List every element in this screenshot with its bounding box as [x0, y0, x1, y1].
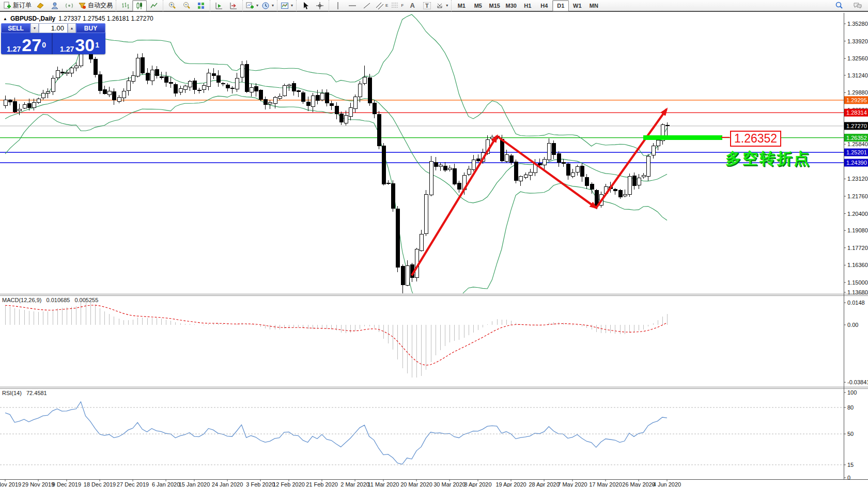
- text-label-button[interactable]: T: [420, 0, 434, 11]
- buy-price-point: 1: [95, 41, 99, 49]
- toolbar: 新订单 自动交易: [0, 0, 868, 12]
- svg-text:1.20400: 1.20400: [847, 211, 868, 217]
- svg-text:1.21760: 1.21760: [847, 193, 868, 199]
- svg-text:21 Feb 2020: 21 Feb 2020: [306, 481, 338, 487]
- svg-text:18 Dec 2019: 18 Dec 2019: [84, 481, 116, 487]
- autotrading-label: 自动交易: [88, 1, 113, 10]
- volume-input[interactable]: 1.00: [39, 23, 68, 33]
- svg-text:29 Nov 2019: 29 Nov 2019: [22, 481, 54, 487]
- period-button-D1[interactable]: D1: [552, 0, 569, 11]
- auto-scroll-icon: [215, 2, 223, 10]
- profile-button[interactable]: [48, 0, 62, 11]
- profiles-caret: ▾: [272, 3, 274, 8]
- chart-area: 1.352801.339201.325601.312401.298801.285…: [0, 13, 868, 487]
- search-button[interactable]: [832, 0, 846, 11]
- svg-text:15 Jan 2020: 15 Jan 2020: [179, 481, 210, 487]
- macd-main-value: 0.010685: [46, 297, 70, 303]
- svg-text:1.27270: 1.27270: [846, 123, 867, 129]
- text-button[interactable]: A: [405, 0, 420, 11]
- line-chart-icon: [150, 2, 158, 10]
- new-order-icon: [3, 2, 11, 10]
- svg-text:1.26352: 1.26352: [846, 135, 867, 141]
- toolbar-group-new: ▾ ▾: [242, 0, 277, 11]
- arrows-button[interactable]: ▾: [434, 0, 450, 11]
- one-click-trading-panel: SELL ▼ 1.00 ▲ BUY 1.27 27 0 1.27 30 1: [1, 23, 105, 54]
- autotrading-button[interactable]: 自动交易: [76, 0, 114, 11]
- rsi-value: 72.4581: [26, 390, 47, 396]
- period-button-H4[interactable]: H4: [536, 0, 552, 11]
- buy-price[interactable]: 1.27 30 1: [54, 33, 105, 54]
- period-button-M1[interactable]: M1: [453, 0, 470, 11]
- cursor-icon: [301, 2, 309, 10]
- text-label-icon: T: [423, 2, 431, 9]
- equidistant-channel-button[interactable]: E: [374, 0, 390, 11]
- profile-icon: [51, 2, 59, 10]
- mt4-window: 新订单 自动交易: [0, 0, 868, 487]
- svg-text:1.35280: 1.35280: [847, 21, 868, 27]
- volume-increase-button[interactable]: ▲: [68, 23, 76, 33]
- period-button-W1[interactable]: W1: [569, 0, 585, 11]
- vertical-line-button[interactable]: [331, 0, 345, 11]
- svg-text:1.33920: 1.33920: [847, 38, 868, 44]
- tile-windows-icon: [197, 2, 205, 10]
- clock-icon: [261, 2, 270, 10]
- svg-text:1.29295: 1.29295: [846, 97, 867, 103]
- candlestick-chart-button[interactable]: [132, 0, 147, 11]
- tile-windows-button[interactable]: [194, 0, 208, 11]
- sell-button[interactable]: SELL: [1, 23, 30, 33]
- period-button-M5[interactable]: M5: [470, 0, 486, 11]
- period-button-MN[interactable]: MN: [585, 0, 602, 11]
- templates-button[interactable]: ▾: [279, 0, 295, 11]
- svg-text:20 Mar 2020: 20 Mar 2020: [400, 481, 432, 487]
- zoom-out-button[interactable]: [179, 0, 194, 11]
- equidistant-channel-icon: [376, 2, 384, 10]
- horizontal-line-icon: [348, 2, 357, 10]
- bar-chart-button[interactable]: [118, 0, 132, 11]
- macd-pane-label: MACD(12,26,9) 0.010685 0.005255: [2, 297, 98, 303]
- arrows-caret: ▾: [446, 3, 448, 8]
- zoom-in-icon: [168, 2, 176, 10]
- price-level-tag[interactable]: 1.26352: [730, 131, 781, 147]
- crosshair-button[interactable]: [313, 0, 327, 11]
- toolbar-group-zoom: [163, 0, 210, 11]
- macd-signal-value: 0.005255: [74, 297, 98, 303]
- turning-point-annotation[interactable]: 多空转折点: [725, 148, 811, 169]
- chart-shift-button[interactable]: [226, 0, 241, 11]
- svg-text:1.29880: 1.29880: [847, 89, 868, 96]
- period-button-M30[interactable]: M30: [503, 0, 519, 11]
- svg-text:1.15000: 1.15000: [847, 279, 868, 286]
- profiles-button[interactable]: ▾: [260, 0, 275, 11]
- zoom-in-button[interactable]: [165, 0, 179, 11]
- market-button[interactable]: [33, 0, 48, 11]
- svg-text:19 Apr 2020: 19 Apr 2020: [495, 481, 526, 487]
- period-button-H1[interactable]: H1: [519, 0, 536, 11]
- sell-price[interactable]: 1.27 27 0: [1, 33, 53, 54]
- trendline-button[interactable]: [360, 0, 374, 11]
- toolbar-group-scroll: [210, 0, 242, 11]
- signals-button[interactable]: [62, 0, 76, 11]
- fibonacci-button[interactable]: F: [390, 0, 405, 11]
- chat-button[interactable]: [850, 0, 865, 11]
- auto-scroll-button[interactable]: [212, 0, 226, 11]
- period-button-M15[interactable]: M15: [486, 0, 503, 11]
- chart-canvas[interactable]: 1.352801.339201.325601.312401.298801.285…: [0, 0, 868, 487]
- cursor-button[interactable]: [298, 0, 313, 11]
- buy-button[interactable]: BUY: [76, 23, 105, 33]
- svg-text:12 Feb 2020: 12 Feb 2020: [273, 481, 305, 487]
- new-chart-button[interactable]: ▾: [244, 0, 260, 11]
- svg-text:8 Apr 2020: 8 Apr 2020: [464, 481, 491, 487]
- chart-symbol-period: GBPUSD-,Daily: [10, 15, 55, 22]
- horizontal-line-button[interactable]: [345, 0, 360, 11]
- svg-text:20 Nov 2019: 20 Nov 2019: [0, 481, 21, 487]
- chart-ohlc-values: 1.27337 1.27545 1.26181 1.27270: [58, 15, 153, 22]
- svg-text:50: 50: [847, 431, 854, 437]
- svg-text:-0.038415: -0.038415: [847, 379, 868, 385]
- volume-decrease-button[interactable]: ▼: [30, 23, 39, 33]
- new-order-button[interactable]: 新订单: [2, 0, 33, 11]
- toolbar-group-periods: M1M5M15M30H1H4D1W1MN: [451, 0, 603, 11]
- autotrading-icon: [78, 2, 86, 10]
- line-chart-button[interactable]: [147, 0, 161, 11]
- svg-text:11 Mar 2020: 11 Mar 2020: [368, 481, 399, 487]
- svg-text:1.24390: 1.24390: [846, 160, 867, 166]
- one-click-collapse-icon[interactable]: ▲: [3, 17, 7, 21]
